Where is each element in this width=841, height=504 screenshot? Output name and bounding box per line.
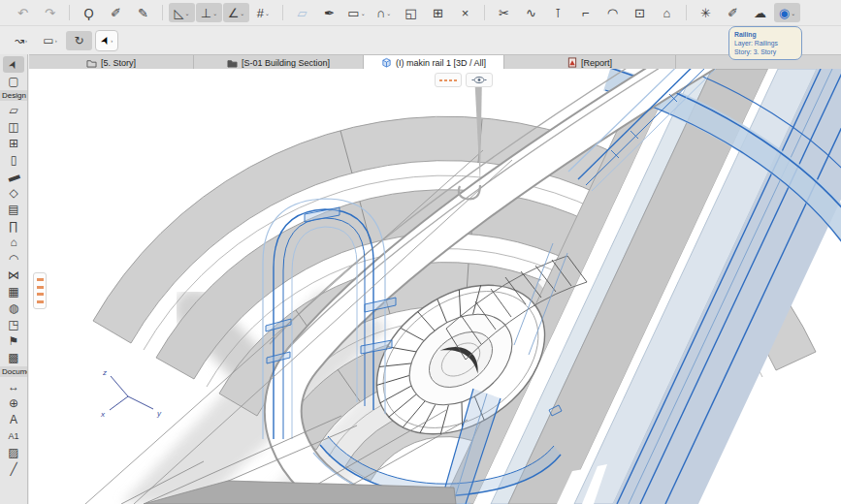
trim-icon[interactable]: ⌐ [572, 3, 598, 22]
lock-icon[interactable]: ∩⌄ [371, 3, 397, 22]
toolbox-design-label: Design [0, 90, 27, 101]
chevron-down-icon[interactable]: ⌄ [265, 10, 270, 16]
roof-tool[interactable]: ⌂ [3, 234, 24, 250]
lamp-tool[interactable]: ⚑ [3, 332, 24, 349]
tab-label: [S-01 Building Section] [242, 58, 330, 68]
guide-dashes-icon[interactable] [435, 73, 462, 87]
resize-icon[interactable]: ⊡ [627, 3, 653, 22]
cube-3d-icon [381, 57, 392, 68]
redo-icon[interactable]: ↷ [37, 3, 63, 22]
toolbox: ➤ ▢ Design ▱ ◫ ⊞ ▯ ▬ ◇ ▤ ∏ ⌂ ◠ ⋈ ▦ ◍ ◳ ⚑… [0, 54, 28, 504]
column-tool[interactable]: ▯ [3, 151, 24, 168]
slab-tool[interactable]: ◇ [3, 184, 24, 201]
eye-icon[interactable] [466, 73, 493, 87]
pickup-parameters-icon[interactable]: ✐ [103, 3, 129, 22]
suspend-groups-icon[interactable]: ◱ [398, 3, 424, 22]
editing-plane-icon[interactable]: ⊥⌄ [196, 3, 222, 22]
orbit-icon[interactable]: ↻ [66, 31, 92, 50]
marquee-tool[interactable]: ▢ [3, 73, 24, 89]
selection-shape-icon[interactable]: ▭⌄ [343, 3, 370, 22]
chevron-down-icon[interactable]: ⌄ [386, 10, 391, 16]
collapsed-palette[interactable] [33, 272, 47, 309]
undo-icon[interactable]: ↶ [10, 3, 36, 22]
snap-grid-icon[interactable]: #⌄ [250, 3, 276, 22]
section-folder-icon [227, 58, 238, 68]
select-cursor-icon: ➤ [98, 34, 113, 47]
object-tool[interactable]: ◳ [3, 316, 24, 332]
door-tool[interactable]: ◫ [3, 118, 24, 135]
guide-lines-icon[interactable]: ◺⌄ [169, 3, 195, 22]
toolbar-separator [282, 5, 283, 20]
line-tool[interactable]: ╱ [3, 460, 24, 477]
beam-tool[interactable]: ▬ [3, 168, 24, 184]
select-tool[interactable]: ➤ [3, 56, 24, 73]
tab-label: [Report] [581, 58, 612, 68]
publish-icon[interactable]: ☁ [747, 3, 773, 22]
tooltip-layer: Layer: Railings [734, 39, 796, 47]
element-info-tooltip: Railing Layer: Railings Story: 3. Story [728, 26, 802, 60]
zone-tool[interactable]: ◍ [3, 299, 24, 316]
chevron-right-icon[interactable]: › [25, 38, 27, 44]
tooltip-story: Story: 3. Story [734, 47, 796, 56]
polygon-icon[interactable]: ⌂ [654, 3, 680, 22]
dimension-guide-icon[interactable]: ⊞ [425, 3, 451, 22]
level-dimension-tool[interactable]: ⊕ [3, 394, 24, 411]
model-drawing: z x y [29, 69, 841, 504]
wall-tool[interactable]: ▱ [3, 102, 24, 118]
viewport-3d[interactable]: z x y [29, 69, 841, 504]
split-icon[interactable]: ✂ [491, 3, 517, 22]
cancel-icon[interactable]: × [452, 3, 478, 22]
folder-icon [86, 58, 97, 68]
navigation-toolbar: ↝› ▭› ↻ ➤› [0, 26, 841, 54]
mesh-tool[interactable]: ▩ [3, 349, 24, 365]
morph-tool[interactable]: ⋈ [3, 267, 24, 283]
railing-tool[interactable]: ∏ [3, 217, 24, 234]
view-mini-toolbar [435, 73, 493, 87]
chevron-down-icon[interactable]: ⌄ [240, 10, 244, 16]
tab-3d-view[interactable]: (I) makin rail 1 [3D / All] [364, 55, 504, 70]
walk-mode-icon[interactable]: ↝› [8, 31, 34, 50]
guide-eraser-icon[interactable]: ▱ [289, 3, 315, 22]
text-tool[interactable]: A [3, 411, 24, 427]
window-tool[interactable]: ⊞ [3, 135, 24, 151]
find-select-icon[interactable]: Ϙ [76, 3, 102, 22]
view-mode-icon[interactable]: ▭› [37, 31, 63, 50]
fillet-icon[interactable]: ◠ [599, 3, 626, 22]
inject-parameters-icon[interactable]: ✎ [130, 3, 156, 22]
chevron-right-icon[interactable]: › [55, 38, 57, 44]
axis-z-label: z [102, 368, 107, 377]
guide-pen-icon[interactable]: ✒ [316, 3, 342, 22]
tooltip-element-type: Railing [734, 30, 796, 39]
gravity-icon[interactable]: ∠⌄ [223, 3, 249, 22]
toolbar-separator [69, 5, 70, 20]
elevate-icon[interactable]: ⊺ [545, 3, 571, 22]
explode-icon[interactable]: ✳ [693, 3, 719, 22]
report-icon [567, 57, 577, 68]
tab-report[interactable]: [Report] [504, 55, 676, 70]
tab-5-story[interactable]: [5. Story] [29, 55, 194, 70]
chevron-down-icon[interactable]: ⌄ [184, 10, 189, 16]
toolbar-separator [686, 5, 687, 20]
shell-tool[interactable]: ◠ [3, 250, 24, 267]
label-tool[interactable]: A1 [3, 427, 24, 444]
chevron-down-icon[interactable]: ⌄ [791, 10, 795, 16]
tab-label: [5. Story] [101, 58, 136, 68]
highlight-icon[interactable]: ✐ [720, 3, 746, 22]
tab-bar: [5. Story] [S-01 Building Section] (I) m… [29, 54, 841, 70]
stair-tool[interactable]: ▤ [3, 201, 24, 217]
fill-tool[interactable]: ▨ [3, 444, 24, 460]
chevron-down-icon[interactable]: ⌄ [212, 10, 217, 16]
dimension-tool[interactable]: ↔ [3, 378, 24, 394]
adjust-icon[interactable]: ∿ [518, 3, 544, 22]
archicad-window: ↶ ↷ Ϙ ✐ ✎ ◺⌄ ⊥⌄ ∠⌄ #⌄ ▱ ✒ ▭⌄ ∩⌄ ◱ ⊞ × ✂ … [0, 0, 841, 504]
toolbox-document-label: Docume [0, 366, 27, 377]
tab-s01-building-section[interactable]: [S-01 Building Section] [194, 55, 364, 70]
main-toolbar: ↶ ↷ Ϙ ✐ ✎ ◺⌄ ⊥⌄ ∠⌄ #⌄ ▱ ✒ ▭⌄ ∩⌄ ◱ ⊞ × ✂ … [0, 0, 841, 26]
curtain-wall-tool[interactable]: ▦ [3, 283, 24, 299]
chevron-down-icon[interactable]: ⌄ [361, 10, 366, 16]
toolbar-separator [484, 5, 485, 20]
toolbar-separator [162, 5, 163, 20]
visual-compare-icon[interactable]: ◉⌄ [774, 3, 800, 22]
tab-label: (I) makin rail 1 [3D / All] [396, 58, 486, 68]
select-cursor-button[interactable]: ➤› [95, 30, 118, 51]
